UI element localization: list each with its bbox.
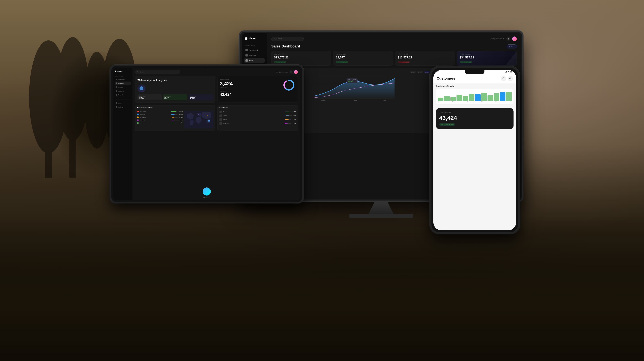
svg-rect-32 — [506, 71, 506, 72]
chart-tab-order[interactable]: Order — [417, 71, 423, 73]
svg-rect-29 — [505, 72, 505, 72]
tablet-icon — [220, 114, 222, 117]
phone: 9:41 Customers — [430, 66, 520, 234]
laptop-icon — [220, 118, 222, 121]
tab-payout-icon — [116, 94, 117, 96]
tablet-search[interactable]: Search — [135, 70, 180, 74]
tablet-nav-payout[interactable]: Payout — [115, 93, 131, 97]
phone-vol-down — [431, 97, 432, 104]
tablet-avatar[interactable] — [294, 70, 298, 74]
svg-line-8 — [275, 39, 276, 40]
tablet-user-name: Upgrade version — [115, 196, 299, 198]
device-bar-fill-2 — [285, 119, 288, 120]
tab-stat-0: At Last week 57,711 — [138, 94, 162, 100]
tab-stat-1: At Last week 17,577 — [163, 94, 188, 100]
tablet-nav-profile[interactable]: Profile — [115, 102, 131, 105]
tablet-header: Search 15 May 2020 8:00 am — [135, 70, 298, 74]
export-button[interactable]: Export — [506, 44, 517, 48]
monitor-nav-sales[interactable]: Sales — [244, 58, 265, 63]
user-avatar[interactable] — [512, 36, 517, 41]
location-item-2: Singapore 8,765 — [137, 116, 183, 119]
bar-chart-labels: Jan Feb Mar Apr May Jun — [438, 101, 512, 102]
phone-search-btn[interactable] — [501, 76, 506, 81]
realtime-gauge — [282, 79, 295, 92]
phone-search-icon — [502, 77, 505, 80]
device-bar-3 — [285, 123, 291, 124]
loc-bar-fill-0 — [171, 111, 176, 112]
map-content: Indonesia 23,456 Malaysia 12,345 — [137, 110, 213, 129]
tablet-welcome-section: Welcome your Analytics At Last week 57,7… — [135, 76, 298, 103]
phone-total-value: 43,424 — [439, 115, 510, 122]
tablet-nav-customer[interactable]: Customer — [115, 89, 131, 93]
welcome-graphic — [138, 84, 213, 92]
tablet-map-title: Top Location For User — [137, 107, 213, 109]
month-feb: Feb — [452, 101, 454, 102]
phone-time: 9:41 — [437, 71, 439, 72]
tab-nav-analytics-label: Analytics — [118, 82, 124, 84]
month-mar: Mar — [466, 101, 468, 102]
svg-point-27 — [198, 114, 199, 114]
monitor-search[interactable]: Search — [271, 37, 304, 41]
sales-icon — [246, 60, 248, 62]
month-jan: Jan — [438, 101, 440, 102]
notification-bell[interactable] — [506, 37, 510, 41]
location-flag-4 — [137, 122, 139, 124]
card-decoration — [505, 51, 516, 66]
device-bar-fill-0 — [285, 112, 290, 112]
monitor-nav-analytics[interactable]: Analytics — [244, 53, 265, 58]
tablet-screen: Vision DASHBOARD Dashboard Analytics Pro… — [113, 68, 300, 200]
chart-tooltip: 1 January 2025 $20,507 — [346, 78, 358, 83]
tab-product-icon — [116, 86, 117, 88]
tablet-nav-analytics[interactable]: Analytics — [115, 82, 131, 85]
phone-power-button — [518, 91, 519, 100]
tablet-realtime-card: Realtime Users 3,424 Find new users Tota… — [217, 76, 298, 103]
svg-line-20 — [138, 72, 138, 72]
phone-total-card: Total Customer 43,424 +4% from last year… — [436, 108, 514, 129]
tablet-bell-icon — [290, 71, 292, 73]
month-may: May — [495, 101, 497, 102]
device-count-2: 1,234 — [292, 119, 296, 120]
tablet-bell[interactable] — [290, 70, 292, 74]
bell-icon — [508, 38, 509, 40]
device-bar-1 — [286, 116, 292, 116]
tablet-nav-dashboard[interactable]: Dashboard — [115, 78, 131, 81]
phone-chart-title: Customer Growth — [436, 85, 514, 87]
monitor-header-right: 15 May 2020 8:00 am — [490, 36, 517, 41]
device-name-0: Mobile — [223, 111, 284, 112]
tablet-camera — [206, 69, 207, 70]
monitor-nav-dashboard[interactable]: Dashboard — [244, 48, 265, 53]
device-bar-fill-3 — [285, 123, 288, 124]
tooltip-value: $20,507 — [348, 80, 356, 82]
phone-settings-btn[interactable] — [508, 76, 513, 81]
stat-revenue-badge: +4% from last week — [274, 61, 286, 63]
signal-icon — [505, 71, 507, 72]
tablet-nav-settings[interactable]: Settings — [115, 105, 131, 109]
location-item-3: Thailand 6,543 — [137, 119, 183, 122]
chart-tab-sales[interactable]: Sales — [410, 71, 416, 73]
bar-2 — [450, 97, 456, 100]
location-flag-3 — [137, 119, 139, 121]
nav-analytics-label: Analytics — [249, 54, 256, 56]
tablet: Vision DASHBOARD Dashboard Analytics Pro… — [110, 64, 304, 204]
phone-total-badge: +4% from last years — [439, 123, 455, 126]
loc-bar-fill-2 — [172, 117, 174, 118]
tablet-nav-product[interactable]: Product — [115, 86, 131, 89]
tablet-user-avatar[interactable] — [203, 188, 211, 196]
location-flag-1 — [137, 114, 139, 115]
device-item-0: Mobile 1,234 — [220, 110, 296, 114]
wifi-icon — [508, 71, 509, 72]
loc-bar-fill-4 — [172, 123, 173, 123]
tablet-welcome-title: Welcome your Analytics — [138, 79, 213, 82]
monitor-date: 15 May 2020 8:00 am — [490, 38, 504, 40]
tablet-nav-label: DASHBOARD — [115, 76, 131, 77]
month-apr: Apr — [481, 101, 483, 102]
svg-marker-10 — [505, 51, 516, 66]
bar-6 — [475, 94, 480, 100]
phone-screen: 9:41 Customers — [434, 70, 516, 230]
tablet-main: Search 15 May 2020 8:00 am Welcome your — [132, 68, 300, 200]
svg-point-7 — [274, 38, 275, 39]
nav-dashboard-label: Dashboard — [249, 49, 258, 51]
bar-11 — [506, 92, 512, 100]
location-item-0: Indonesia 23,456 — [137, 110, 183, 113]
svg-text:28 Dec: 28 Dec — [321, 100, 326, 101]
